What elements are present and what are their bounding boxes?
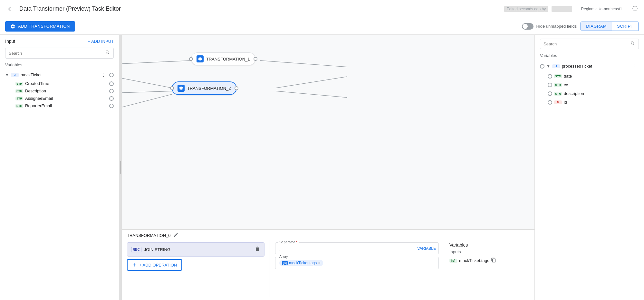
connector-dot-description xyxy=(109,89,114,93)
bottom-var-row: [S] mockTicket.tags xyxy=(449,256,529,265)
join-string-operation[interactable]: RBC JOIN STRING xyxy=(127,242,264,257)
right-connector-id xyxy=(548,100,552,105)
region-label: Region: asia-northeast1 xyxy=(581,7,622,11)
right-variable-name-date: date xyxy=(564,74,639,79)
right-search-box xyxy=(540,39,639,49)
left-search-input[interactable] xyxy=(9,51,102,56)
add-input-button[interactable]: + ADD INPUT xyxy=(88,39,114,44)
page-title: Data Transformer (Preview) Task Editor xyxy=(19,5,500,12)
script-tab[interactable]: SCRIPT xyxy=(612,22,639,31)
bottom-content: RBC JOIN STRING + ADD OPERATION xyxy=(122,240,534,297)
variable-name-reporteremail: ReporterEmail xyxy=(25,103,107,108)
bottom-variables-title: Variables xyxy=(449,242,529,248)
right-connector-description xyxy=(548,91,552,96)
type-badge-j: J xyxy=(11,73,19,77)
right-sub-variable-cc: STR cc xyxy=(540,80,639,89)
array-field: Array [S] mockTicket.tags × xyxy=(275,257,439,269)
t1-connector-left xyxy=(189,57,193,61)
variables-label: Variables xyxy=(5,62,114,67)
right-sub-variable-date: STR date xyxy=(540,72,639,80)
type-badge-str-re: STR xyxy=(15,104,23,108)
hide-unmapped-label: Hide unmapped fields xyxy=(536,24,577,29)
type-badge-s: [S] xyxy=(449,259,457,263)
search-icon xyxy=(105,50,110,56)
right-connector-date xyxy=(548,74,552,79)
add-transformation-button[interactable]: ADD TRANSFORMATION xyxy=(5,21,75,32)
editor-name xyxy=(552,6,572,12)
array-chip-mocktickettags: [S] mockTicket.tags × xyxy=(279,260,323,266)
toolbar-right: Hide unmapped fields DIAGRAM SCRIPT xyxy=(522,22,639,31)
toggle-switch[interactable] xyxy=(522,23,533,30)
type-badge-str-desc: STR xyxy=(15,89,23,93)
right-panel: Variables ▼ J processedTicket ⋮ STR date… xyxy=(534,35,644,300)
t1-label: TRANSFORMATION_1 xyxy=(206,57,250,61)
diagram-tab[interactable]: DIAGRAM xyxy=(581,22,612,31)
right-connector-processed xyxy=(540,64,544,69)
variable-name-description: Description xyxy=(25,89,107,93)
right-variables-section: Variables ▼ J processedTicket ⋮ STR date… xyxy=(535,52,644,109)
variable-button[interactable]: VARIABLE xyxy=(417,246,436,251)
back-button[interactable] xyxy=(5,4,15,14)
variable-name-assigneeemail: AssigneeEmail xyxy=(25,96,107,101)
bottom-left-panel: RBC JOIN STRING + ADD OPERATION xyxy=(122,240,270,297)
type-badge-str-ae: STR xyxy=(15,97,23,100)
transformation-1-node[interactable]: TRANSFORMATION_1 xyxy=(191,52,255,65)
required-indicator: * xyxy=(296,240,297,244)
t2-label: TRANSFORMATION_2 xyxy=(187,86,231,91)
connector-dot-right xyxy=(109,73,114,77)
svg-line-0 xyxy=(122,61,191,64)
right-variables-label: Variables xyxy=(540,53,639,58)
transformation-2-node[interactable]: TRANSFORMATION_2 xyxy=(172,81,237,95)
delete-operation-button[interactable] xyxy=(255,246,260,253)
bottom-inputs-title: Inputs xyxy=(449,249,529,254)
right-expand-icon: ▼ xyxy=(546,64,550,69)
more-options-button[interactable]: ⋮ xyxy=(100,71,107,79)
t1-connector-right xyxy=(254,57,257,61)
chip-value: mockTicket.tags xyxy=(289,261,317,265)
right-variable-name-cc: cc xyxy=(564,82,639,87)
copy-button[interactable] xyxy=(491,258,496,264)
bottom-panel-header: TRANSFORMATION_0 xyxy=(122,230,534,240)
svg-line-5 xyxy=(276,77,347,88)
svg-line-4 xyxy=(260,61,347,67)
right-search-input[interactable] xyxy=(543,42,628,46)
toolbar: ADD TRANSFORMATION Hide unmapped fields … xyxy=(0,18,644,35)
info-button[interactable]: ⓘ xyxy=(631,5,639,13)
hide-unmapped-toggle: Hide unmapped fields xyxy=(522,23,577,30)
canvas-area[interactable]: TRANSFORMATION_1 TRANSFORMATION_2 TRANSF… xyxy=(122,35,534,300)
resize-handle xyxy=(119,35,122,300)
t1-gear-icon xyxy=(197,55,204,62)
variable-name-mockticket: mockTicket xyxy=(21,72,98,77)
bottom-middle-panel: Separator * , VARIABLE Array xyxy=(270,240,444,297)
right-variable-row-processedticket[interactable]: ▼ J processedTicket ⋮ xyxy=(540,61,639,72)
right-type-badge-j: J xyxy=(552,64,560,68)
variable-row-mockticket[interactable]: ▼ J mockTicket ⋮ xyxy=(5,70,114,80)
bottom-var-name: mockTicket.tags xyxy=(459,258,489,263)
left-panel: Input + ADD INPUT Variables ▼ J mockTick… xyxy=(0,35,119,300)
view-tabs: DIAGRAM SCRIPT xyxy=(581,22,639,31)
chip-remove-button[interactable]: × xyxy=(318,261,321,265)
chip-badge: [S] xyxy=(282,261,288,265)
connector-dot-assigneeemail xyxy=(109,96,114,101)
svg-line-6 xyxy=(276,91,347,98)
bottom-panel: TRANSFORMATION_0 RBC JOIN STRING xyxy=(122,229,534,300)
connector-dot-reporteremail xyxy=(109,104,114,108)
sub-variable-description: STR Description xyxy=(5,87,114,95)
separator-label: Separator * xyxy=(278,240,299,244)
transformation-name-label: TRANSFORMATION_0 xyxy=(127,233,171,238)
right-variable-name-processedticket: processedTicket xyxy=(562,64,629,69)
left-panel-header: Input + ADD INPUT xyxy=(0,35,119,46)
left-search-box xyxy=(5,48,114,59)
main-area: Input + ADD INPUT Variables ▼ J mockTick… xyxy=(0,35,644,300)
svg-line-1 xyxy=(122,78,172,88)
right-sub-variable-description: STR description xyxy=(540,89,639,98)
add-operation-button[interactable]: + ADD OPERATION xyxy=(127,259,182,271)
right-variable-name-description: description xyxy=(564,91,639,96)
right-more-options-button[interactable]: ⋮ xyxy=(631,62,639,70)
bottom-right-panel: Variables Inputs [S] mockTicket.tags xyxy=(444,240,534,297)
right-type-str-date: STR xyxy=(554,74,562,78)
edit-name-button[interactable] xyxy=(173,232,178,239)
svg-line-3 xyxy=(122,94,172,107)
right-type-str-cc: STR xyxy=(554,83,562,87)
separator-value: , xyxy=(279,245,281,251)
